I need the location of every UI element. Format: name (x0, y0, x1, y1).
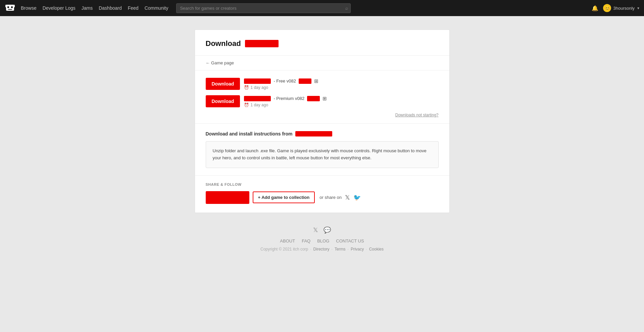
instructions-author-redact (295, 131, 332, 136)
download-premium-filename-redact (244, 96, 271, 101)
nav-community[interactable]: Community (145, 5, 168, 11)
navbar-right: 🔔 😊 3hoursonly ▼ (592, 4, 640, 12)
card-header: Download (195, 30, 449, 56)
twitter-share-icon[interactable]: 𝕏 (345, 194, 350, 201)
username: 3hoursonly (613, 6, 635, 11)
download-premium-info: - Premium v082 ⊞ ⏰ 1 day ago (244, 96, 327, 107)
navbar: Browse Developer Logs Jams Dashboard Fee… (0, 0, 644, 16)
nav-developer-logs[interactable]: Developer Logs (43, 5, 76, 11)
download-free-info: - Free v082 ⊞ ⏰ 1 day ago (244, 78, 318, 90)
download-premium-version: - Premium v082 (274, 96, 304, 101)
footer-copyright: Copyright © 2021 itch corp · Directory ·… (260, 247, 384, 252)
navbar-links: Browse Developer Logs Jams Dashboard Fee… (21, 5, 168, 11)
svg-rect-2 (7, 6, 9, 8)
user-menu[interactable]: 😊 3hoursonly ▼ (603, 4, 640, 12)
svg-rect-5 (5, 5, 7, 7)
instructions-box: Unzip folder and launch .exe file. Game … (206, 141, 439, 168)
download-premium-size-redact (307, 96, 320, 101)
main-card: Download ← Game page Download - Free v08… (195, 30, 450, 213)
footer-blog[interactable]: BLOG (317, 238, 329, 243)
downloads-section: Download - Free v082 ⊞ ⏰ 1 day ago (195, 70, 449, 124)
nav-jams[interactable]: Jams (82, 5, 93, 11)
instructions-title: Download and install instructions from (206, 131, 439, 136)
svg-rect-1 (6, 5, 14, 11)
share-label: SHARE & FOLLOW (206, 182, 439, 186)
page-wrapper: Download ← Game page Download - Free v08… (0, 16, 644, 332)
facebook-share-icon[interactable]: 🐦 (353, 194, 361, 201)
footer-directory[interactable]: Directory (313, 247, 330, 252)
svg-rect-6 (13, 5, 15, 7)
back-to-game-link[interactable]: ← Game page (195, 56, 449, 70)
download-free-button[interactable]: Download (206, 78, 240, 90)
clock-icon-2: ⏰ (244, 103, 249, 107)
download-free-timestamp: ⏰ 1 day ago (244, 85, 318, 90)
notification-bell-icon[interactable]: 🔔 (592, 5, 598, 11)
download-row: Download - Free v082 ⊞ ⏰ 1 day ago (206, 78, 439, 90)
instructions-section: Download and install instructions from U… (195, 124, 449, 176)
share-or-text: or share on (319, 195, 342, 200)
page-title: Download (206, 39, 439, 48)
footer-faq[interactable]: FAQ (302, 238, 310, 243)
download-free-size-redact (299, 78, 311, 84)
downloads-not-starting-link[interactable]: Downloads not starting? (395, 113, 439, 117)
chevron-down-icon: ▼ (637, 6, 640, 10)
downloads-not-starting: Downloads not starting? (206, 113, 439, 117)
search-input[interactable] (176, 3, 351, 13)
download-premium-button[interactable]: Download (206, 95, 240, 107)
windows-icon: ⊞ (314, 78, 318, 84)
download-premium-name-row: - Premium v082 ⊞ (244, 96, 327, 102)
download-free-filename-redact (244, 78, 271, 84)
svg-rect-3 (11, 6, 13, 8)
clock-icon: ⏰ (244, 85, 249, 90)
nav-dashboard[interactable]: Dashboard (99, 5, 122, 11)
share-section: SHARE & FOLLOW + Add game to collection … (195, 176, 449, 213)
footer-contact-us[interactable]: CONTACT US (336, 238, 364, 243)
footer: 𝕏 💬 ABOUT FAQ BLOG CONTACT US Copyright … (260, 226, 384, 265)
nav-browse[interactable]: Browse (21, 5, 37, 11)
follow-button[interactable] (206, 191, 249, 204)
footer-twitter-icon[interactable]: 𝕏 (313, 226, 318, 234)
add-to-collection-button[interactable]: + Add game to collection (253, 191, 315, 203)
footer-cookies[interactable]: Cookies (369, 247, 384, 252)
footer-links: ABOUT FAQ BLOG CONTACT US (260, 238, 384, 243)
title-redacted (245, 40, 279, 47)
footer-about[interactable]: ABOUT (280, 238, 295, 243)
download-free-version: - Free v082 (274, 78, 296, 84)
download-row: Download - Premium v082 ⊞ ⏰ 1 day ago (206, 95, 439, 107)
avatar: 😊 (603, 4, 611, 12)
site-logo[interactable] (4, 2, 16, 14)
footer-privacy[interactable]: Privacy (351, 247, 364, 252)
nav-feed[interactable]: Feed (128, 5, 139, 11)
search-icon: ⌕ (345, 5, 348, 11)
svg-rect-4 (8, 9, 12, 10)
windows-icon-2: ⊞ (323, 96, 327, 102)
footer-facebook-icon[interactable]: 💬 (324, 226, 331, 234)
search-container: ⌕ (176, 3, 351, 13)
instructions-text: Unzip folder and launch .exe file. Game … (213, 148, 427, 160)
footer-social: 𝕏 💬 (260, 226, 384, 234)
download-free-name-row: - Free v082 ⊞ (244, 78, 318, 84)
download-premium-timestamp: ⏰ 1 day ago (244, 103, 327, 107)
footer-terms[interactable]: Terms (335, 247, 346, 252)
share-actions: + Add game to collection or share on 𝕏 🐦 (206, 191, 439, 204)
